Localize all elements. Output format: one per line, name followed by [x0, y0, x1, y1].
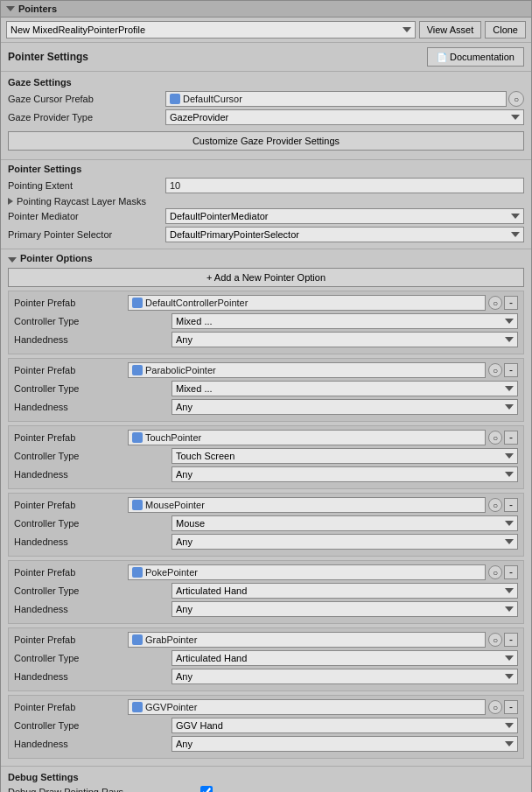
pointing-extent-row: Pointing Extent 10: [8, 178, 524, 193]
gaze-settings-section: Gaze Settings Gaze Cursor Prefab Default…: [1, 72, 531, 160]
prefab-icon-6: [132, 702, 143, 712]
prefab-circle-btn-6[interactable]: ○: [488, 700, 502, 714]
handedness-label-0: Handedness: [14, 334, 172, 345]
view-asset-button[interactable]: View Asset: [419, 21, 482, 39]
panel-header: Pointers: [1, 1, 531, 18]
prefab-icon-2: [132, 432, 143, 443]
handedness-dropdown-0[interactable]: Any: [172, 332, 518, 347]
collapse-triangle-icon[interactable]: [6, 6, 15, 11]
prefab-row-4: Pointer Prefab PokePointer ○ -: [14, 564, 518, 580]
pointer-mediator-label: Pointer Mediator: [8, 211, 165, 221]
gaze-provider-type-label: Gaze Provider Type: [8, 112, 165, 123]
prefab-label-1: Pointer Prefab: [14, 365, 128, 375]
debug-draw-pointing-rays-label: Debug Draw Pointing Rays: [8, 787, 200, 792]
prefab-label-6: Pointer Prefab: [14, 702, 128, 712]
prefab-circle-btn-4[interactable]: ○: [488, 565, 502, 579]
pointer-option-block-2: Pointer Prefab TouchPointer ○ - Controll…: [8, 425, 524, 489]
controller-type-dropdown-0[interactable]: Mixed ...: [172, 313, 518, 329]
gaze-cursor-prefab-label: Gaze Cursor Prefab: [8, 94, 165, 104]
controller-type-label-1: Controller Type: [14, 383, 172, 394]
handedness-dropdown-2[interactable]: Any: [172, 466, 518, 482]
pointer-option-block-4: Pointer Prefab PokePointer ○ - Controlle…: [8, 560, 524, 624]
prefab-value-4: PokePointer: [128, 564, 486, 580]
prefab-circle-btn-5[interactable]: ○: [488, 633, 502, 647]
controller-type-dropdown-6[interactable]: GGV Hand: [172, 718, 518, 733]
prefab-circle-btn-0[interactable]: ○: [488, 296, 502, 310]
pointer-settings-section: Pointer Settings Pointing Extent 10 Poin…: [1, 160, 531, 249]
prefab-label-2: Pointer Prefab: [14, 432, 128, 443]
pointing-raycast-row: Pointing Raycast Layer Masks: [8, 196, 524, 207]
handedness-dropdown-4[interactable]: Any: [172, 601, 518, 617]
gaze-cursor-prefab-row: Gaze Cursor Prefab DefaultCursor ○: [8, 91, 524, 107]
prefab-minus-btn-2[interactable]: -: [504, 431, 518, 445]
primary-pointer-selector-dropdown[interactable]: DefaultPrimaryPointerSelector: [165, 227, 524, 242]
pointing-raycast-label: Pointing Raycast Layer Masks: [17, 196, 146, 207]
prefab-value-3: MousePointer: [128, 497, 486, 513]
prefab-minus-btn-1[interactable]: -: [504, 363, 518, 377]
top-bar: New MixedRealityPointerProfile View Asse…: [1, 18, 531, 43]
controller-type-dropdown-4[interactable]: Articulated Hand: [172, 583, 518, 599]
controller-type-dropdown-5[interactable]: Articulated Hand: [172, 650, 518, 666]
prefab-value-1: ParabolicPointer: [128, 362, 486, 378]
customize-gaze-btn[interactable]: Customize Gaze Provider Settings: [8, 131, 524, 151]
handedness-row-5: Handedness Any: [14, 669, 518, 684]
handedness-dropdown-1[interactable]: Any: [172, 399, 518, 415]
gaze-cursor-prefab-circle-btn[interactable]: ○: [508, 91, 524, 107]
pointer-option-block-0: Pointer Prefab DefaultControllerPointer …: [8, 291, 524, 354]
prefab-minus-btn-6[interactable]: -: [504, 700, 518, 714]
debug-draw-pointing-rays-checkbox[interactable]: [200, 786, 213, 792]
controller-type-dropdown-3[interactable]: Mouse: [172, 515, 518, 531]
controller-type-label-3: Controller Type: [14, 518, 172, 529]
pointer-settings-header: Pointer Settings 📄 Documentation: [1, 43, 531, 72]
controller-type-label-6: Controller Type: [14, 720, 172, 731]
pointer-option-block-3: Pointer Prefab MousePointer ○ - Controll…: [8, 493, 524, 557]
clone-button[interactable]: Clone: [485, 21, 526, 39]
prefab-row-0: Pointer Prefab DefaultControllerPointer …: [14, 295, 518, 311]
handedness-dropdown-5[interactable]: Any: [172, 669, 518, 684]
primary-pointer-selector-label: Primary Pointer Selector: [8, 229, 165, 240]
prefab-value-6: GGVPointer: [128, 699, 486, 715]
prefab-circle-btn-2[interactable]: ○: [488, 431, 502, 445]
prefab-minus-btn-0[interactable]: -: [504, 296, 518, 310]
pointers-panel: Pointers New MixedRealityPointerProfile …: [0, 0, 532, 792]
pointer-options-section: Pointer Options + Add a New Pointer Opti…: [1, 249, 531, 767]
prefab-icon-1: [132, 365, 143, 375]
prefab-circle-btn-1[interactable]: ○: [488, 363, 502, 377]
prefab-icon-3: [132, 500, 143, 510]
handedness-row-2: Handedness Any: [14, 466, 518, 482]
handedness-row-3: Handedness Any: [14, 534, 518, 550]
pointer-options-collapse-icon[interactable]: [8, 257, 17, 263]
gaze-settings-title: Gaze Settings: [8, 77, 524, 88]
raycast-collapse-icon[interactable]: [8, 198, 13, 205]
prefab-row-5: Pointer Prefab GrabPointer ○ -: [14, 632, 518, 648]
prefab-minus-btn-5[interactable]: -: [504, 633, 518, 647]
pointer-options-header-row: Pointer Options: [8, 253, 524, 266]
controller-type-row-0: Controller Type Mixed ...: [14, 313, 518, 329]
pointer-settings-section-title: Pointer Settings: [8, 164, 524, 174]
gaze-provider-type-dropdown[interactable]: GazeProvider: [165, 109, 524, 125]
controller-type-row-5: Controller Type Articulated Hand: [14, 650, 518, 666]
prefab-row-3: Pointer Prefab MousePointer ○ -: [14, 497, 518, 513]
documentation-button[interactable]: 📄 Documentation: [427, 47, 524, 67]
handedness-label-2: Handedness: [14, 469, 172, 480]
handedness-row-0: Handedness Any: [14, 332, 518, 347]
handedness-row-1: Handedness Any: [14, 399, 518, 415]
debug-settings-section: Debug Settings Debug Draw Pointing Rays …: [1, 767, 531, 792]
prefab-minus-btn-3[interactable]: -: [504, 498, 518, 512]
controller-type-dropdown-1[interactable]: Mixed ...: [172, 381, 518, 396]
add-pointer-option-btn[interactable]: + Add a New Pointer Option: [8, 268, 524, 287]
handedness-label-6: Handedness: [14, 739, 172, 749]
doc-icon: 📄: [437, 53, 447, 62]
profile-dropdown[interactable]: New MixedRealityPointerProfile: [6, 21, 416, 39]
handedness-dropdown-6[interactable]: Any: [172, 736, 518, 752]
handedness-dropdown-3[interactable]: Any: [172, 534, 518, 550]
prefab-label-4: Pointer Prefab: [14, 567, 128, 578]
primary-pointer-selector-row: Primary Pointer Selector DefaultPrimaryP…: [8, 227, 524, 242]
pointer-mediator-dropdown[interactable]: DefaultPointerMediator: [165, 208, 524, 224]
prefab-circle-btn-3[interactable]: ○: [488, 498, 502, 512]
controller-type-dropdown-2[interactable]: Touch Screen: [172, 448, 518, 464]
handedness-row-4: Handedness Any: [14, 601, 518, 617]
prefab-minus-btn-4[interactable]: -: [504, 565, 518, 579]
pointer-mediator-row: Pointer Mediator DefaultPointerMediator: [8, 208, 524, 224]
prefab-label-3: Pointer Prefab: [14, 500, 128, 510]
